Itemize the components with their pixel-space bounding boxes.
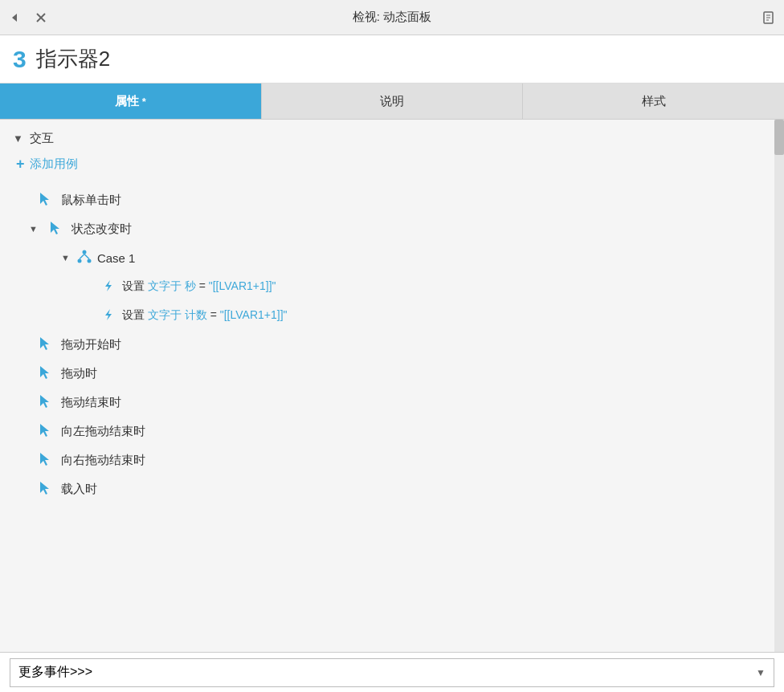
interaction-label: 交互: [30, 131, 54, 146]
cursor-icon-state-change: [47, 220, 63, 238]
svg-point-10: [77, 258, 81, 263]
event-drag-label: 拖动时: [61, 366, 97, 381]
event-mouse-click[interactable]: 鼠标单击时: [13, 185, 768, 214]
minimize-button[interactable]: [8, 10, 22, 25]
event-drag-end[interactable]: 拖动结束时: [13, 388, 768, 417]
svg-point-9: [82, 250, 86, 254]
window-title: 检视: 动态面板: [353, 10, 431, 25]
action2-eq: =: [210, 308, 217, 321]
close-button[interactable]: [34, 10, 48, 25]
cursor-icon-drag-left: [37, 422, 53, 441]
tab-description[interactable]: 说明: [262, 83, 524, 119]
cursor-icon-drag-right: [37, 451, 53, 470]
add-usecase-button[interactable]: + 添加用例: [16, 156, 768, 173]
main-content: ▼ 交互 + 添加用例 鼠标单击时 ▼ 状态改变时: [0, 120, 784, 653]
chevron-down-icon: ▼: [13, 132, 23, 145]
svg-marker-14: [105, 280, 112, 291]
add-plus-icon: +: [16, 156, 25, 173]
title-bar-controls: [8, 10, 48, 25]
bolt-icon-action1: [101, 279, 116, 295]
cursor-icon-drag-start: [37, 336, 53, 354]
action2-target: 文字于 计数: [148, 308, 207, 321]
case1-item[interactable]: ▼ Case 1: [13, 243, 768, 272]
action2-text: 设置 文字于 计数 = "[[LVAR1+1]]": [122, 308, 288, 323]
more-events-dropdown[interactable]: 更多事件>>> ▼: [10, 658, 774, 687]
tab-properties-indicator: *: [142, 96, 146, 108]
svg-marker-17: [40, 366, 49, 379]
event-drag[interactable]: 拖动时: [13, 359, 768, 388]
action1-text: 设置 文字于 秒 = "[[LVAR1+1]]": [122, 279, 276, 294]
event-on-load-label: 载入时: [61, 482, 97, 497]
action1-prefix: 设置: [122, 279, 145, 292]
tab-properties-label: 属性: [115, 94, 139, 109]
svg-point-11: [87, 258, 91, 263]
tab-style[interactable]: 样式: [523, 83, 784, 119]
event-drag-end-label: 拖动结束时: [61, 395, 121, 410]
chevron-down-case1: ▼: [61, 253, 70, 263]
svg-marker-21: [40, 482, 49, 495]
more-events-label: 更多事件>>>: [18, 664, 92, 681]
tab-style-label: 样式: [642, 94, 666, 109]
svg-marker-16: [40, 337, 49, 350]
svg-marker-15: [105, 309, 112, 320]
footer-bar: 更多事件>>> ▼: [0, 652, 784, 692]
svg-line-13: [84, 254, 89, 258]
event-on-load[interactable]: 载入时: [13, 474, 768, 503]
scrollbar-thumb[interactable]: [774, 120, 784, 155]
title-bar-right: [762, 10, 776, 25]
event-state-change[interactable]: ▼ 状态改变时: [13, 214, 768, 243]
cursor-icon-drag-end: [37, 393, 53, 412]
case1-network-icon: [76, 249, 92, 267]
interaction-section-header[interactable]: ▼ 交互: [13, 131, 768, 146]
panel-number: 3: [13, 46, 27, 73]
title-bar: 检视: 动态面板: [0, 0, 784, 35]
event-drag-start-label: 拖动开始时: [61, 337, 121, 352]
action1-eq: =: [199, 279, 206, 292]
svg-marker-7: [40, 193, 49, 206]
tab-description-label: 说明: [380, 94, 404, 109]
event-state-change-label: 状态改变时: [71, 222, 132, 237]
event-drag-left-end[interactable]: 向左拖动结束时: [13, 417, 768, 446]
action2-item[interactable]: 设置 文字于 计数 = "[[LVAR1+1]]": [13, 301, 768, 330]
event-mouse-click-label: 鼠标单击时: [61, 193, 121, 208]
document-icon-button[interactable]: [762, 10, 776, 25]
chevron-down-state: ▼: [29, 224, 38, 234]
action1-value: "[[LVAR1+1]]": [209, 279, 276, 292]
dropdown-arrow-icon: ▼: [756, 667, 766, 678]
svg-marker-20: [40, 453, 49, 466]
cursor-icon-mouse-click: [37, 191, 53, 210]
event-drag-left-end-label: 向左拖动结束时: [61, 424, 145, 439]
action1-item[interactable]: 设置 文字于 秒 = "[[LVAR1+1]]": [13, 272, 768, 301]
case1-label: Case 1: [97, 251, 136, 265]
svg-marker-8: [51, 222, 59, 234]
tabs-bar: 属性 * 说明 样式: [0, 83, 784, 120]
svg-line-12: [80, 254, 84, 258]
event-drag-start[interactable]: 拖动开始时: [13, 330, 768, 359]
action1-target: 文字于 秒: [148, 279, 196, 292]
svg-marker-19: [40, 424, 49, 437]
tab-properties[interactable]: 属性 *: [0, 83, 262, 119]
svg-marker-0: [12, 14, 17, 22]
action2-value: "[[LVAR1+1]]": [220, 308, 288, 321]
scrollbar-track[interactable]: [774, 120, 784, 653]
bolt-icon-action2: [101, 307, 116, 324]
panel-header: 3 指示器2: [0, 35, 784, 83]
add-usecase-label: 添加用例: [30, 157, 78, 172]
event-drag-right-end[interactable]: 向右拖动结束时: [13, 446, 768, 474]
event-drag-right-end-label: 向右拖动结束时: [61, 453, 145, 468]
cursor-icon-drag: [37, 364, 53, 383]
panel-title: 指示器2: [36, 45, 110, 73]
action2-prefix: 设置: [122, 308, 145, 321]
cursor-icon-on-load: [37, 480, 53, 499]
svg-marker-18: [40, 395, 49, 408]
